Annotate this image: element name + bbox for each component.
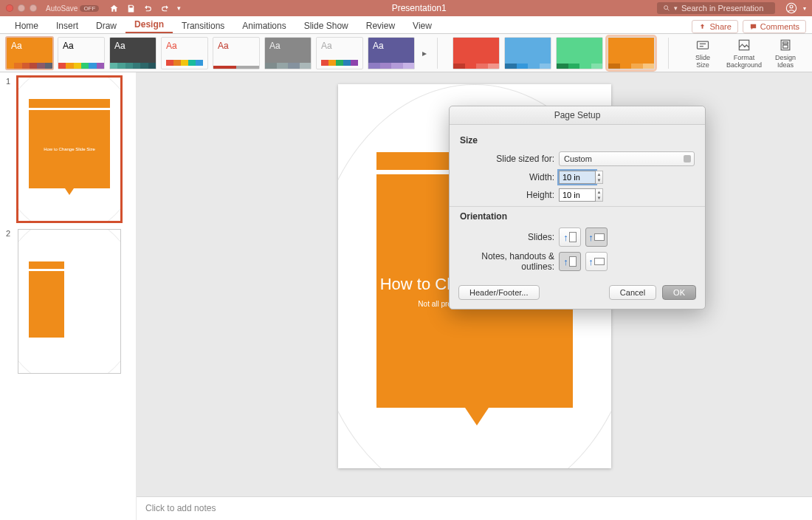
width-label: Width:	[460, 172, 554, 182]
section-size-label: Size	[460, 135, 695, 146]
svg-point-2	[790, 5, 793, 8]
document-title: Presentation1	[185, 3, 653, 13]
svg-rect-6	[783, 41, 788, 44]
theme-tile-2[interactable]: Aa	[58, 37, 105, 69]
format-background-icon	[737, 38, 751, 52]
search-icon	[663, 4, 670, 12]
tab-draw[interactable]: Draw	[87, 18, 125, 33]
tab-review[interactable]: Review	[357, 18, 404, 33]
sized-for-label: Slide sized for:	[460, 154, 554, 164]
tab-slide-show[interactable]: Slide Show	[295, 18, 357, 33]
variant-tile-1[interactable]	[453, 37, 500, 69]
slide-size-button[interactable]: Slide Size	[687, 38, 719, 69]
tab-transitions[interactable]: Transitions	[173, 18, 233, 33]
tab-animations[interactable]: Animations	[233, 18, 295, 33]
notes-landscape-button[interactable]: ↑	[585, 252, 608, 271]
slide-size-icon	[695, 38, 710, 52]
design-ideas-icon	[778, 38, 793, 52]
theme-tile-7[interactable]: Aa	[316, 37, 363, 69]
height-input[interactable]	[559, 188, 596, 202]
design-ideas-button[interactable]: Design Ideas	[769, 38, 802, 69]
titlebar: AutoSave OFF ▾ Presentation1 ▾ Search in…	[0, 0, 812, 16]
theme-gallery-more-button[interactable]: ▸	[419, 48, 430, 58]
slides-portrait-button[interactable]: ↑	[559, 228, 581, 247]
tab-insert[interactable]: Insert	[47, 18, 87, 33]
svg-rect-7	[783, 45, 788, 48]
slides-orientation-label: Slides:	[460, 232, 554, 242]
dialog-title: Page Setup	[450, 106, 705, 125]
thumbnail-number: 2	[6, 229, 10, 238]
theme-tile-8[interactable]: Aa	[368, 37, 415, 69]
comments-button[interactable]: Comments	[743, 20, 806, 33]
height-label: Height:	[460, 190, 554, 200]
share-button[interactable]: Share	[692, 20, 737, 33]
account-dropdown-icon[interactable]: ▾	[803, 5, 806, 12]
tab-design[interactable]: Design	[125, 16, 173, 33]
tab-view[interactable]: View	[404, 18, 441, 33]
sized-for-select[interactable]: Custom	[559, 151, 695, 166]
notes-pane[interactable]: Click to add notes	[137, 496, 812, 520]
account-icon[interactable]	[785, 2, 797, 14]
notes-orientation-label: Notes, handouts & outlines:	[460, 251, 554, 272]
ribbon-body: Aa Aa Aa Aa Aa Aa Aa Aa ▸ Slide Size For…	[0, 34, 812, 72]
minimize-window-button[interactable]	[18, 4, 25, 12]
theme-tile-6[interactable]: Aa	[264, 37, 312, 69]
width-input[interactable]	[559, 171, 596, 184]
ribbon-tabs: Home Insert Draw Design Transitions Anim…	[0, 16, 812, 34]
tab-home[interactable]: Home	[6, 18, 47, 33]
autosave-toggle[interactable]: AutoSave OFF	[46, 4, 99, 13]
theme-tile-4[interactable]: Aa	[161, 37, 208, 69]
cancel-button[interactable]: Cancel	[609, 285, 656, 300]
variant-tile-3[interactable]	[556, 37, 603, 69]
header-footer-button[interactable]: Header/Footer...	[458, 285, 540, 300]
svg-rect-4	[739, 40, 749, 49]
close-window-button[interactable]	[6, 4, 13, 12]
variant-gallery	[453, 37, 655, 69]
thumbnail-number: 1	[6, 77, 10, 86]
svg-rect-3	[698, 41, 709, 49]
height-stepper[interactable]: ▲▼	[596, 188, 603, 202]
undo-icon[interactable]	[143, 4, 153, 13]
width-stepper[interactable]: ▲▼	[596, 171, 603, 184]
variant-tile-2[interactable]	[504, 37, 551, 69]
slides-landscape-button[interactable]: ↑	[585, 228, 608, 247]
home-icon[interactable]	[109, 4, 119, 13]
format-background-button[interactable]: Format Background	[728, 38, 760, 69]
redo-icon[interactable]	[160, 4, 170, 13]
ok-button[interactable]: OK	[662, 285, 696, 300]
theme-tile-1[interactable]: Aa	[6, 37, 53, 69]
slide-thumbnail-1[interactable]: How to Change Slide Size	[18, 77, 121, 222]
search-input[interactable]: ▾ Search in Presentation	[657, 2, 775, 14]
page-setup-dialog: Page Setup Size Slide sized for: Custom …	[449, 106, 706, 309]
theme-tile-5[interactable]: Aa	[213, 37, 260, 69]
notes-portrait-button[interactable]: ↑	[559, 252, 581, 271]
variant-tile-4[interactable]	[608, 37, 655, 69]
maximize-window-button[interactable]	[30, 4, 37, 12]
section-orientation-label: Orientation	[460, 211, 695, 222]
qat-dropdown-icon[interactable]: ▾	[177, 4, 181, 12]
svg-point-0	[664, 6, 668, 10]
theme-tile-3[interactable]: Aa	[109, 37, 156, 69]
slide-thumbnails-pane: 1 How to Change Slide Size 2	[0, 72, 137, 520]
slide-thumbnail-2[interactable]	[18, 229, 121, 374]
save-icon[interactable]	[126, 4, 136, 13]
